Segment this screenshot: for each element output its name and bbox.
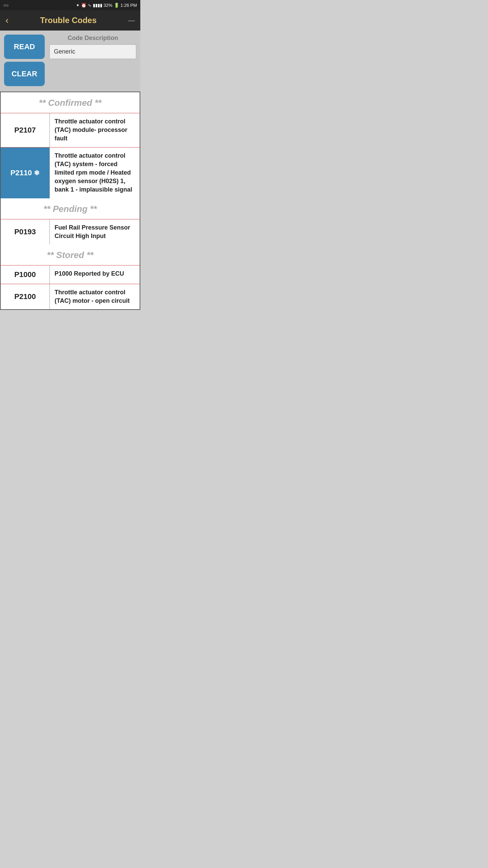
code-description-panel: Code Description Generic (49, 35, 136, 59)
code-cell: P0193 (1, 219, 50, 244)
code-value: P2110 (11, 169, 32, 177)
code-description-value[interactable]: Generic (49, 44, 136, 59)
read-button[interactable]: READ (4, 35, 45, 59)
app-header: ‹ Trouble Codes — (0, 10, 140, 31)
signal-bars: ▮▮▮▮ (93, 3, 102, 8)
code-cell: P1000 (1, 265, 50, 284)
clear-button[interactable]: CLEAR (4, 62, 45, 86)
notification-icon: ○○ (3, 3, 9, 8)
table-row[interactable]: P2107Throttle actuator control (TAC) mod… (1, 113, 140, 147)
battery-icon: 🔋 (114, 3, 119, 8)
section-header-confirmed: ** Confirmed ** (1, 92, 140, 113)
code-cell: P2100 (1, 284, 50, 309)
code-value: P1000 (14, 270, 36, 279)
table-row[interactable]: P1000P1000 Reported by ECU (1, 265, 140, 284)
trouble-codes-table: ** Confirmed **P2107Throttle actuator co… (0, 92, 140, 310)
status-bar: ○○ ✦ ⏰ ∿ ▮▮▮▮ 32% 🔋 1:26 PM (0, 0, 140, 10)
code-description-label: Code Description (49, 35, 136, 42)
clock: 1:26 PM (121, 3, 137, 8)
battery-level: 32% (104, 3, 113, 8)
table-row[interactable]: P2100Throttle actuator control (TAC) mot… (1, 284, 140, 309)
description-cell: Throttle actuator control (TAC) system -… (50, 147, 140, 198)
table-row[interactable]: P0193Fuel Rail Pressure Sensor Circuit H… (1, 219, 140, 244)
alarm-icon: ⏰ (81, 3, 86, 8)
table-row[interactable]: P2110 ❄Throttle actuator control (TAC) s… (1, 147, 140, 198)
code-value: P0193 (14, 228, 36, 236)
section-header-stored: ** Stored ** (1, 244, 140, 265)
page-title: Trouble Codes (8, 16, 128, 25)
description-cell: Throttle actuator control (TAC) module- … (50, 113, 140, 147)
description-cell: P1000 Reported by ECU (50, 265, 140, 284)
freeze-icon: ❄ (34, 169, 40, 177)
action-buttons: READ CLEAR (4, 35, 45, 86)
code-cell: P2110 ❄ (1, 147, 50, 198)
code-cell: P2107 (1, 113, 50, 147)
code-value: P2107 (14, 126, 36, 135)
status-right: ✦ ⏰ ∿ ▮▮▮▮ 32% 🔋 1:26 PM (76, 3, 137, 8)
description-cell: Fuel Rail Pressure Sensor Circuit High I… (50, 219, 140, 244)
controls-area: READ CLEAR Code Description Generic (0, 31, 140, 92)
code-value: P2100 (14, 292, 36, 301)
status-left: ○○ (3, 3, 9, 8)
section-header-pending: ** Pending ** (1, 198, 140, 219)
bluetooth-icon: ✦ (76, 3, 80, 8)
back-button[interactable]: ‹ (5, 16, 8, 25)
menu-icon[interactable]: — (128, 17, 135, 24)
description-cell: Throttle actuator control (TAC) motor - … (50, 284, 140, 309)
wifi-icon: ∿ (88, 3, 92, 8)
